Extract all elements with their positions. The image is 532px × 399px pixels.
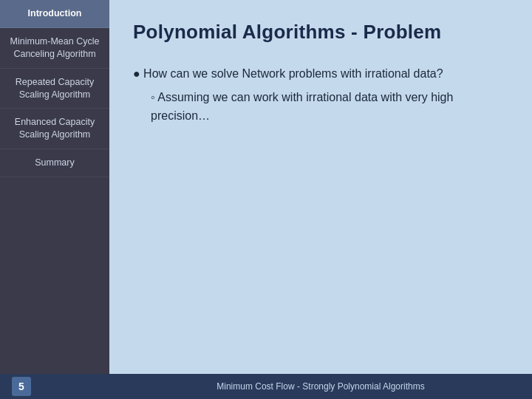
- sidebar-item-minimum-mean[interactable]: Minimum-Mean Cycle Canceling Algorithm: [0, 28, 109, 69]
- page-title: Polynomial Algorithms - Problem: [133, 21, 508, 44]
- sidebar-item-summary[interactable]: Summary: [0, 149, 109, 177]
- content-body: ● How can we solve Network problems with…: [133, 64, 508, 126]
- sidebar-item-introduction[interactable]: Introduction: [0, 0, 109, 28]
- slide-number: 5: [12, 377, 31, 396]
- bullet-point-main: ● How can we solve Network problems with…: [133, 64, 508, 83]
- content-area: Polynomial Algorithms - Problem ● How ca…: [109, 0, 532, 374]
- sidebar: Introduction Minimum-Mean Cycle Cancelin…: [0, 0, 109, 374]
- sub-bullet-point: ◦ Assuming we can work with irrational d…: [151, 88, 508, 126]
- sidebar-item-repeated[interactable]: Repeated Capacity Scaling Algorithm: [0, 69, 109, 109]
- sidebar-item-enhanced[interactable]: Enhanced Capacity Scaling Algorithm: [0, 109, 109, 149]
- footer-page: 5: [12, 377, 121, 396]
- footer-subtitle: Minimum Cost Flow - Strongly Polynomial …: [121, 381, 520, 392]
- main-container: Introduction Minimum-Mean Cycle Cancelin…: [0, 0, 532, 374]
- footer: 5 Minimum Cost Flow - Strongly Polynomia…: [0, 374, 532, 399]
